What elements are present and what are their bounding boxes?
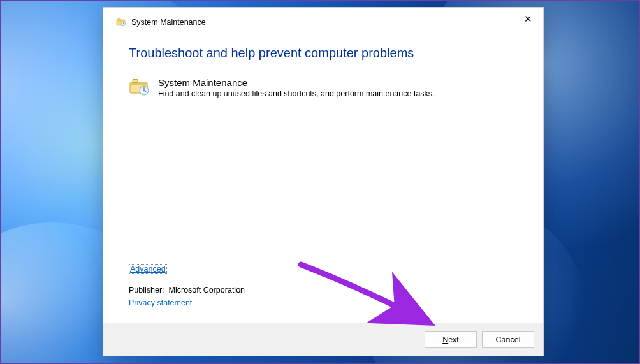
item-title: System Maintenance (158, 77, 518, 88)
privacy-statement-link[interactable]: Privacy statement (129, 298, 518, 307)
close-icon: ✕ (524, 13, 532, 25)
svg-point-8 (143, 90, 145, 91)
maintenance-icon (129, 77, 150, 96)
next-button-rest: ext (448, 335, 459, 344)
item-description: Find and clean up unused files and short… (158, 89, 518, 98)
cancel-button[interactable]: Cancel (482, 331, 534, 348)
svg-rect-2 (118, 18, 120, 20)
publisher-info: Publisher: Microsoft Corporation (129, 286, 518, 295)
page-heading: Troubleshoot and help prevent computer p… (129, 46, 518, 61)
dialog-footer: Next Cancel (103, 323, 543, 356)
publisher-label: Publisher: (129, 286, 164, 295)
close-button[interactable]: ✕ (515, 10, 541, 28)
troubleshooter-icon (116, 17, 126, 27)
dialog-content: Troubleshoot and help prevent computer p… (103, 37, 543, 323)
troubleshooter-item: System Maintenance Find and clean up unu… (129, 77, 518, 98)
window-title: System Maintenance (131, 18, 206, 27)
titlebar[interactable]: System Maintenance ✕ (103, 8, 543, 37)
svg-rect-6 (133, 80, 138, 83)
advanced-link[interactable]: Advanced (129, 264, 167, 274)
troubleshooter-dialog: System Maintenance ✕ Troubleshoot and he… (103, 7, 544, 356)
publisher-value: Microsoft Corporation (169, 286, 245, 295)
next-button[interactable]: Next (425, 331, 477, 348)
